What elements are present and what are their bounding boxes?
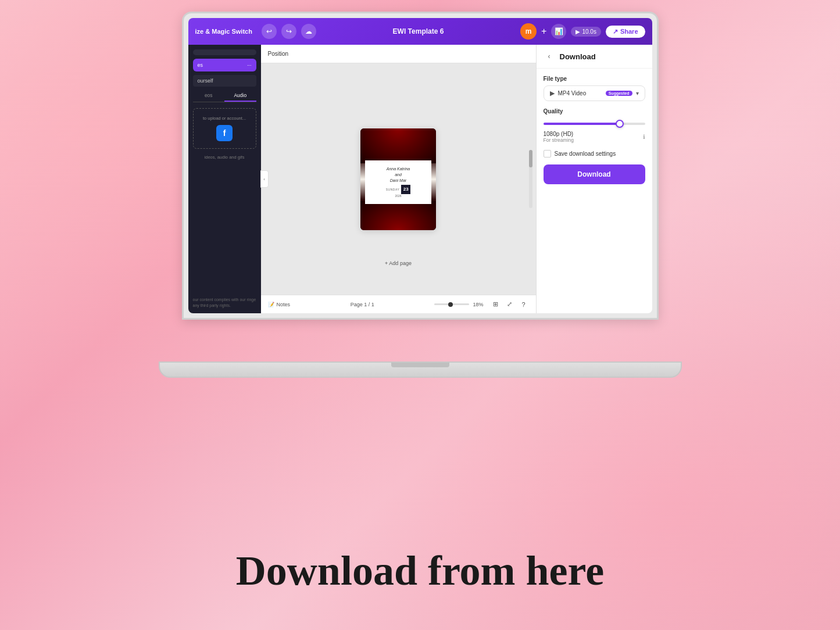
- scroll-thumb: [529, 150, 532, 167]
- analytics-button[interactable]: 📊: [551, 24, 566, 39]
- bottom-icons: ⊞ ⤢ ?: [491, 299, 529, 310]
- sidebar-compliance: our content complies with our ringe any …: [193, 297, 256, 309]
- tab-audio[interactable]: Audio: [224, 90, 256, 102]
- add-page-button[interactable]: + Add page: [380, 253, 416, 269]
- sidebar-videos-text: ideos, audio and gifs: [193, 152, 256, 163]
- add-button[interactable]: +: [541, 26, 546, 37]
- app-ui: ize & Magic Switch ↩ ↪ ☁ EWI Template 6 …: [188, 18, 652, 313]
- rose-top-decoration: [360, 128, 436, 163]
- names-line2: and: [395, 173, 402, 177]
- laptop-hinge: [391, 363, 449, 367]
- notes-icon: 📝: [268, 302, 274, 307]
- file-type-label: File type: [544, 76, 645, 82]
- scroll-indicator[interactable]: [529, 150, 532, 208]
- card-year: 2026: [395, 194, 401, 198]
- toolbar-position-label: Position: [268, 51, 289, 57]
- share-icon: ↗: [613, 28, 618, 35]
- zoom-slider[interactable]: [434, 303, 469, 305]
- notes-button[interactable]: 📝 Notes: [268, 302, 291, 307]
- download-panel: ‹ Download File type ▶ MP4 Video: [536, 45, 652, 313]
- navbar-brand: ize & Magic Switch: [195, 28, 252, 35]
- left-sidebar: es ··· ourself eos Audio: [188, 45, 261, 313]
- share-label: Share: [620, 28, 638, 35]
- undo-button[interactable]: ↩: [262, 24, 277, 39]
- quality-info-row: 1080p (HD) For streaming ℹ: [544, 131, 645, 143]
- file-type-value: MP4 Video: [558, 90, 602, 96]
- page-info: Page 1 / 1: [297, 302, 427, 307]
- grid-view-button[interactable]: ⊞: [491, 299, 501, 310]
- tab-videos[interactable]: eos: [193, 90, 225, 102]
- facebook-icon[interactable]: f: [216, 125, 233, 141]
- card-day: SUNDAY: [386, 188, 399, 191]
- quality-value: 1080p (HD): [544, 131, 574, 137]
- zoom-percent: 18%: [473, 302, 483, 307]
- fullscreen-button[interactable]: ⤢: [505, 299, 515, 310]
- quality-section: Quality 1080p (HD) For streaming: [544, 108, 645, 143]
- design-card: 🔒 Anna Katrina and Dani Mar: [360, 128, 436, 230]
- share-button[interactable]: ↗ Share: [606, 26, 645, 38]
- zoom-control: 18%: [434, 302, 483, 307]
- rose-bottom-decoration: [360, 201, 436, 230]
- navbar-title: EWI Template 6: [321, 27, 516, 35]
- laptop-screen-inner: ize & Magic Switch ↩ ↪ ☁ EWI Template 6 …: [188, 18, 652, 313]
- sidebar-purple-item[interactable]: es ···: [193, 59, 256, 71]
- bottom-bar: 📝 Notes Page 1 / 1 18% ⊞: [261, 295, 536, 313]
- design-image: Anna Katrina and Dani Mar SUNDAY 23: [360, 128, 436, 230]
- panel-body: File type ▶ MP4 Video Suggested ▾: [537, 69, 652, 191]
- card-text-area: Anna Katrina and Dani Mar SUNDAY 23: [365, 160, 431, 204]
- cloud-button[interactable]: ☁: [301, 24, 316, 39]
- help-button[interactable]: ?: [519, 299, 529, 310]
- quality-track: [544, 123, 645, 125]
- save-settings-row: Save download settings: [544, 150, 645, 158]
- laptop-base: [159, 361, 682, 378]
- play-icon: ▶: [576, 28, 580, 35]
- names-line1: Anna Katrina: [387, 167, 410, 171]
- card-names: Anna Katrina and Dani Mar: [387, 166, 410, 183]
- file-type-select[interactable]: ▶ MP4 Video Suggested ▾: [544, 85, 645, 101]
- sidebar-menu-icon: ···: [247, 62, 252, 68]
- navbar: ize & Magic Switch ↩ ↪ ☁ EWI Template 6 …: [188, 18, 652, 45]
- save-settings-checkbox[interactable]: [544, 150, 551, 158]
- file-type-section: File type ▶ MP4 Video Suggested ▾: [544, 76, 645, 101]
- user-avatar[interactable]: m: [520, 23, 537, 40]
- names-line3: Dani Mar: [390, 178, 406, 182]
- chevron-down-icon: ▾: [636, 90, 639, 96]
- play-time: 10.0s: [582, 28, 596, 35]
- quality-thumb: [616, 120, 624, 128]
- quality-slider[interactable]: [544, 118, 645, 130]
- card-date-row: SUNDAY 23: [386, 185, 410, 194]
- canvas-toolbar: Position: [261, 45, 536, 63]
- info-icon: ℹ: [643, 134, 645, 140]
- canvas-area: Position ‹ 🔒: [261, 45, 536, 313]
- video-icon: ▶: [550, 90, 555, 97]
- sidebar-upload-area: to upload or account... f: [193, 108, 256, 149]
- save-settings-label: Save download settings: [555, 151, 616, 157]
- add-page-label: + Add page: [380, 258, 416, 269]
- quality-label: Quality: [544, 108, 645, 114]
- zoom-thumb: [448, 302, 453, 307]
- sidebar-search: [193, 49, 256, 55]
- quality-sub: For streaming: [544, 137, 574, 143]
- card-date: 23: [401, 185, 410, 194]
- redo-button[interactable]: ↪: [281, 24, 296, 39]
- sidebar-self-item[interactable]: ourself: [193, 75, 256, 87]
- sidebar-upload-text: to upload or account...: [203, 116, 246, 121]
- suggested-badge: Suggested: [606, 91, 632, 96]
- panel-back-button[interactable]: ‹: [544, 51, 555, 62]
- panel-header: ‹ Download: [537, 45, 652, 69]
- sidebar-tabs: eos Audio: [193, 90, 256, 102]
- sidebar-purple-label: es: [198, 62, 203, 68]
- bottom-headline: Download from here: [236, 547, 604, 595]
- back-icon: ‹: [548, 52, 551, 60]
- download-button[interactable]: Download: [544, 164, 645, 184]
- laptop-screen-bezel: ize & Magic Switch ↩ ↪ ☁ EWI Template 6 …: [182, 12, 659, 320]
- canvas-main: 🔒 Anna Katrina and Dani Mar: [261, 63, 536, 295]
- main-content: es ··· ourself eos Audio: [188, 45, 652, 313]
- laptop-container: ize & Magic Switch ↩ ↪ ☁ EWI Template 6 …: [159, 12, 682, 389]
- play-button[interactable]: ▶ 10.0s: [571, 27, 600, 37]
- panel-title: Download: [560, 52, 596, 61]
- notes-label: Notes: [277, 302, 291, 307]
